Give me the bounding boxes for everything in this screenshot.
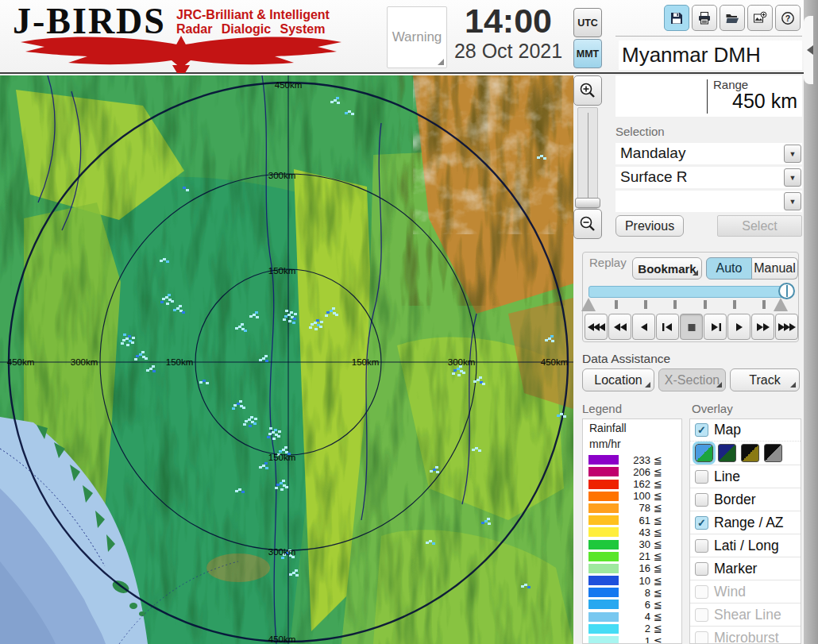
step-forward-button[interactable] [704, 314, 727, 340]
legend-threshold-symbol: ≦ [654, 526, 662, 538]
print-icon [697, 11, 712, 25]
warning-button[interactable]: Warning [387, 6, 447, 68]
checkbox-map[interactable]: ✓ [695, 423, 708, 437]
select-button[interactable]: Select [717, 215, 802, 237]
station-dropdown[interactable]: Mandalay ▼ [615, 143, 802, 164]
precipitation-cell [285, 486, 288, 488]
precipitation-cell [265, 467, 268, 469]
stop-button[interactable] [680, 314, 703, 340]
precipitation-cell [250, 416, 253, 418]
location-button[interactable]: Location [582, 368, 654, 391]
legend-value: 43 [625, 526, 650, 538]
precipitation-cell [545, 339, 548, 341]
overlay-row-range-az: ✓Range / AZ [690, 511, 801, 534]
precipitation-cell [488, 523, 491, 525]
precipitation-cell [527, 586, 531, 588]
radar-map[interactable]: 450km300km150km150km300km450km450km300km… [0, 75, 573, 644]
utc-button[interactable]: UTC [573, 8, 602, 37]
precipitation-cell [277, 435, 280, 438]
zoom-slider-handle[interactable] [575, 198, 600, 208]
zoom-slider-track[interactable] [577, 107, 598, 209]
mmt-button[interactable]: MMT [573, 39, 602, 68]
manual-button[interactable]: Manual [752, 257, 798, 280]
precipitation-cell [160, 260, 163, 262]
fast-forward-2-button[interactable] [751, 314, 774, 340]
selection-label: Selection [615, 125, 665, 138]
precipitation-cell [481, 522, 484, 524]
product-dropdown[interactable]: Surface R ▼ [615, 167, 802, 188]
precipitation-cell [253, 422, 257, 425]
legend-value: 10 [625, 575, 650, 587]
chevron-down-icon: ▼ [789, 150, 797, 158]
panel-edge-scrollbar[interactable] [804, 0, 818, 644]
zoom-in-button[interactable] [573, 75, 602, 106]
track-button[interactable]: Track [730, 368, 800, 391]
precipitation-cell [125, 337, 129, 340]
previous-button[interactable]: Previous [615, 215, 684, 237]
overlay-row-map: ✓Map [690, 419, 801, 441]
option-dropdown-button[interactable]: ▼ [784, 192, 801, 210]
fast-forward-3-button[interactable] [775, 314, 798, 340]
option-dropdown[interactable]: ▼ [615, 191, 802, 212]
print-button[interactable] [692, 5, 717, 31]
precipitation-cell [345, 112, 348, 114]
add-image-button[interactable] [747, 5, 773, 31]
precipitation-cell [426, 542, 429, 544]
precipitation-cell [206, 382, 209, 384]
save-button[interactable] [664, 5, 689, 31]
replay-panel: Replay Bookmark Auto Manual [582, 252, 799, 342]
map-style-swatch-3[interactable] [741, 444, 759, 462]
precipitation-cell [249, 315, 253, 318]
playback-controls [585, 314, 798, 340]
precipitation-cell [436, 471, 439, 473]
precipitation-cell [336, 97, 339, 99]
range-ring-label: 450km [268, 634, 296, 644]
fast-rewind-2-button[interactable] [608, 314, 631, 340]
step-back-icon [658, 321, 677, 334]
checkbox-range-az[interactable]: ✓ [695, 516, 708, 530]
precipitation-cell [551, 340, 554, 342]
replay-slider-track[interactable] [588, 286, 789, 298]
precipitation-cell [272, 438, 276, 440]
save-icon [669, 11, 684, 25]
fast-rewind-3-button[interactable] [585, 314, 608, 340]
range-value: 450 km [732, 90, 797, 113]
precipitation-cell [457, 374, 461, 376]
replay-range-start-marker[interactable] [581, 298, 596, 311]
precipitation-cell [282, 449, 285, 451]
precipitation-cell [126, 344, 129, 346]
precipitation-cell [166, 260, 169, 263]
precipitation-cell [293, 318, 296, 320]
precipitation-cell [262, 357, 265, 360]
legend-unit-line1: Rainfall [589, 422, 681, 435]
map-style-swatch-4[interactable] [764, 444, 782, 462]
legend-threshold-symbol: ≦ [654, 587, 662, 599]
precipitation-cell [239, 400, 242, 403]
slider-tick [615, 300, 618, 309]
replay-slider-handle[interactable] [778, 283, 795, 299]
precipitation-cell [276, 484, 280, 486]
auto-button[interactable]: Auto [706, 257, 752, 280]
zoom-out-button[interactable] [573, 209, 602, 239]
precipitation-cell [264, 462, 268, 465]
fast-rewind-2-icon [611, 321, 630, 334]
product-dropdown-button[interactable]: ▼ [784, 168, 801, 187]
step-back-button[interactable] [656, 314, 679, 340]
chevron-down-icon: ▼ [789, 174, 797, 182]
station-dropdown-button[interactable]: ▼ [784, 145, 801, 163]
replay-range-end-marker[interactable] [774, 298, 788, 311]
checkbox-lati-long[interactable] [695, 539, 708, 553]
bookmark-button[interactable]: Bookmark [632, 257, 702, 280]
checkbox-marker[interactable] [695, 562, 708, 576]
checkbox-border[interactable] [695, 493, 708, 507]
x-section-button[interactable]: X-Section [658, 368, 726, 391]
radar-map-display[interactable]: 450km300km150km150km300km450km450km300km… [0, 75, 573, 644]
play-button[interactable] [727, 314, 750, 340]
help-button[interactable]: ? [775, 5, 801, 31]
precipitation-cell [430, 470, 433, 472]
map-style-swatch-1[interactable] [695, 444, 713, 462]
play-reverse-button[interactable] [632, 314, 655, 340]
checkbox-line[interactable] [695, 470, 708, 484]
map-style-swatch-2[interactable] [718, 444, 736, 462]
open-folder-button[interactable] [720, 5, 745, 31]
